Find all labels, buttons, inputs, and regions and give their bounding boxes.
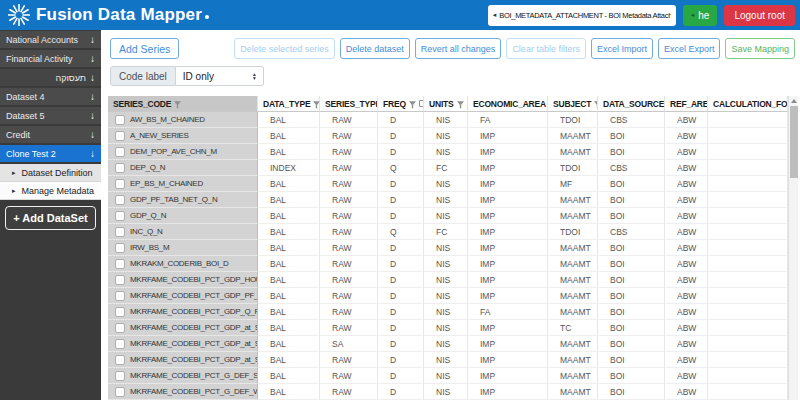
table-row[interactable]: MKRFAME_CODEBI_PCT_GDP_PF_FAB_Q_FPBALRAW… xyxy=(108,288,798,304)
column-header-freq[interactable]: FREQ xyxy=(378,96,424,112)
series-code-cell[interactable]: MKRFAME_CODEBI_PCT_GDP_HOUS_A_PR xyxy=(108,272,258,288)
series-code-cell[interactable]: INC_Q_N xyxy=(108,224,258,240)
filter-icon[interactable] xyxy=(409,96,416,112)
table-row[interactable]: MKRFAME_CODEBI_PCT_G_DEF_SALE_Q_PRBALRAW… xyxy=(108,368,798,384)
row-checkbox[interactable] xyxy=(115,323,125,333)
column-header-series-code[interactable]: SERIES_CODE xyxy=(108,96,258,112)
row-checkbox[interactable] xyxy=(115,163,125,173)
cell-units: NIS xyxy=(424,240,468,256)
add-series-button[interactable]: Add Series xyxy=(110,38,179,59)
table-row[interactable]: DEM_POP_AVE_CHN_MBALRAWDNISIMPMAAMTBOIAB… xyxy=(108,144,798,160)
series-code-cell[interactable]: DEM_POP_AVE_CHN_M xyxy=(108,144,258,160)
table-row[interactable]: GDP_Q_NBALRAWDNISIMPMAAMTBOIABW xyxy=(108,208,798,224)
column-label: ECONOMIC_AREA xyxy=(473,99,546,109)
series-code-cell[interactable]: MKRFAME_CODEBI_PCT_GDP_Q_PR xyxy=(108,304,258,320)
excel-import-button[interactable]: Excel Import xyxy=(591,38,653,59)
table-row[interactable]: EP_BS_M_CHAINEDBALRAWDNISIMPMFBOIABW xyxy=(108,176,798,192)
save-mapping-button[interactable]: Save Mapping xyxy=(725,38,795,59)
sidebar-item-dataset-2[interactable]: תעסוקה↓ xyxy=(0,69,101,86)
code-label-select[interactable]: ID only ▴▾ xyxy=(176,66,264,86)
series-code-cell[interactable]: DEP_Q_N xyxy=(108,160,258,176)
table-row[interactable]: MKRFAME_CODEBI_PCT_GDP_at_STOCK_Q_FPBALR… xyxy=(108,352,798,368)
row-checkbox[interactable] xyxy=(115,227,125,237)
series-code-cell[interactable]: MKRFAME_CODEBI_PCT_GDP_PF_FAB_Q_FP xyxy=(108,288,258,304)
table-row[interactable]: AW_BS_M_CHAINEDBALRAWDNISFATDOICBSABW xyxy=(108,112,798,128)
scroll-up-icon[interactable] xyxy=(791,99,797,103)
series-code-cell[interactable]: MKRFAME_CODEBI_PCT_GDP_at_STOCK_A_FP xyxy=(108,320,258,336)
row-checkbox[interactable] xyxy=(115,307,125,317)
filter-icon[interactable] xyxy=(174,96,181,112)
sidebar-item-credit[interactable]: Credit↓ xyxy=(0,126,101,143)
table-row[interactable]: GDP_PF_TAB_NET_Q_NBALRAWDNISIMPMAAMTBOIA… xyxy=(108,192,798,208)
column-header-subject[interactable]: SUBJECT xyxy=(548,96,598,112)
column-header-economic-area[interactable]: ECONOMIC_AREA xyxy=(468,96,548,112)
cell-subject: MAAMT xyxy=(548,384,598,400)
row-checkbox[interactable] xyxy=(115,259,125,269)
series-code-cell[interactable]: MKRFAME_CODEBI_PCT_GDP_at_STOCK_Q_FP xyxy=(108,352,258,368)
series-code-cell[interactable]: AW_BS_M_CHAINED xyxy=(108,112,258,128)
series-code-cell[interactable]: GDP_Q_N xyxy=(108,208,258,224)
row-checkbox[interactable] xyxy=(115,147,125,157)
row-checkbox[interactable] xyxy=(115,131,125,141)
row-checkbox[interactable] xyxy=(115,355,125,365)
table-row[interactable]: IRW_BS_MBALRAWDNISIMPMAAMTBOIABW xyxy=(108,240,798,256)
cell-data-source: BOI xyxy=(598,192,665,208)
column-header-data-source[interactable]: DATA_SOURCE xyxy=(598,96,665,112)
column-header-data-type[interactable]: DATA_TYPE xyxy=(258,96,320,112)
table-row[interactable]: INC_Q_NBALRAWQFCIMPTDOICBSABW xyxy=(108,224,798,240)
row-checkbox[interactable] xyxy=(115,275,125,285)
series-code-cell[interactable]: MKRFAME_CODEBI_PCT_GDP_at_STOCK_A_PR xyxy=(108,336,258,352)
row-checkbox[interactable] xyxy=(115,243,125,253)
table-row[interactable]: MKRFAME_CODEBI_PCT_GDP_HOUS_A_PRBALRAWDN… xyxy=(108,272,798,288)
structure-set-select[interactable]: ◂ BOI_METADATA_ATTACHMENT - BOI Metadata… xyxy=(488,5,676,26)
column-header-series-type[interactable]: SERIES_TYPE xyxy=(320,96,378,112)
sidebar-item-financial-activity[interactable]: Financial Activity↓ xyxy=(0,50,101,67)
table-row[interactable]: MKRAKM_CODERIB_BOI_DBALRAWDNISIMPMAAMTBO… xyxy=(108,256,798,272)
cell-calculation-form xyxy=(708,352,788,368)
series-code-cell[interactable]: EP_BS_M_CHAINED xyxy=(108,176,258,192)
row-checkbox[interactable] xyxy=(115,387,125,397)
filter-icon[interactable] xyxy=(457,96,464,112)
toolbar-actions: Delete selected seriesDelete datasetReve… xyxy=(234,38,795,59)
series-code-cell[interactable]: IRW_BS_M xyxy=(108,240,258,256)
scrollbar-thumb[interactable] xyxy=(790,106,798,178)
revert-all-changes-button[interactable]: Revert all changes xyxy=(415,38,502,59)
vertical-scrollbar[interactable] xyxy=(788,96,798,400)
row-checkbox[interactable] xyxy=(115,339,125,349)
sidebar-page-manage-metadata[interactable]: ▸Manage Metadata xyxy=(0,182,101,200)
row-checkbox[interactable] xyxy=(115,291,125,301)
add-dataset-button[interactable]: + Add DataSet xyxy=(5,206,96,230)
sidebar-item-dataset-5[interactable]: Dataset 5↓ xyxy=(0,107,101,124)
table-row[interactable]: MKRFAME_CODEBI_PCT_GDP_at_STOCK_A_PRBALS… xyxy=(108,336,798,352)
cell-series-type: RAW xyxy=(320,224,378,240)
table-row[interactable]: MKRFAME_CODEBI_PCT_GDP_at_STOCK_A_FPBALR… xyxy=(108,320,798,336)
row-checkbox[interactable] xyxy=(115,179,125,189)
table-row[interactable]: DEP_Q_NINDEXRAWQFCIMPTDOICBSABW xyxy=(108,160,798,176)
excel-export-button[interactable]: Excel Export xyxy=(658,38,721,59)
series-code-cell[interactable]: A_NEW_SERIES xyxy=(108,128,258,144)
sidebar-item-clone-test-2[interactable]: Clone Test 2↓ xyxy=(0,145,101,162)
arrow-down-icon: ↓ xyxy=(90,54,95,64)
delete-dataset-button[interactable]: Delete dataset xyxy=(340,38,410,59)
column-header-units[interactable]: UNITS xyxy=(424,96,468,112)
sidebar-page-dataset-definition[interactable]: ▸Dataset Definition xyxy=(0,164,101,182)
table-row[interactable]: MKRFAME_CODEBI_PCT_G_DEF_W1at_TAX_Q_FPBA… xyxy=(108,384,798,400)
cell-data-source: BOI xyxy=(598,368,665,384)
series-code-cell[interactable]: GDP_PF_TAB_NET_Q_N xyxy=(108,192,258,208)
series-code-cell[interactable]: MKRFAME_CODEBI_PCT_G_DEF_SALE_Q_PR xyxy=(108,368,258,384)
sidebar-item-dataset-4[interactable]: Dataset 4↓ xyxy=(0,88,101,105)
series-code-cell[interactable]: MKRFAME_CODEBI_PCT_G_DEF_W1at_TAX_Q_FP xyxy=(108,384,258,400)
cell-economic-area: IMP xyxy=(468,144,548,160)
row-checkbox[interactable] xyxy=(115,115,125,125)
logout-button[interactable]: Logout root xyxy=(724,5,795,26)
row-checkbox[interactable] xyxy=(115,371,125,381)
table-row[interactable]: MKRFAME_CODEBI_PCT_GDP_Q_PRBALRAWDNISFAM… xyxy=(108,304,798,320)
row-checkbox[interactable] xyxy=(115,195,125,205)
table-row[interactable]: A_NEW_SERIESBALRAWDNISIMPMAAMTBOIABW xyxy=(108,128,798,144)
sidebar-item-national-accounts[interactable]: National Accounts↓ xyxy=(0,31,101,48)
column-header-ref-area[interactable]: REF_AREA xyxy=(665,96,708,112)
series-code-cell[interactable]: MKRAKM_CODERIB_BOI_D xyxy=(108,256,258,272)
language-button[interactable]: ◂ he xyxy=(683,5,718,26)
row-checkbox[interactable] xyxy=(115,211,125,221)
column-header-calculation-form[interactable]: CALCULATION_FORM xyxy=(708,96,788,112)
